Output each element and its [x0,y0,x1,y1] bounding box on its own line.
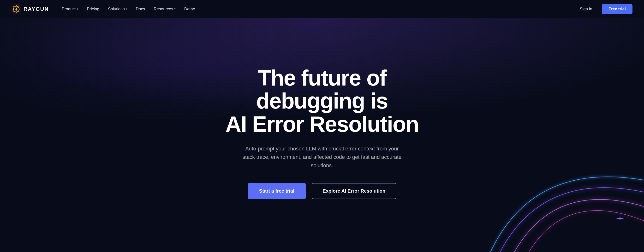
raygun-logo-icon [12,4,21,14]
resources-chevron-icon: ▾ [174,7,176,10]
nav-item-docs[interactable]: Docs [132,5,148,13]
nav-solutions-label: Solutions [108,7,125,11]
logo[interactable]: RAYGUN [12,4,49,14]
navbar: RAYGUN Product ▾ Pricing Solutions ▾ Doc… [0,0,644,18]
hero-buttons: Start a free trial Explore AI Error Reso… [248,183,396,199]
navbar-left: RAYGUN Product ▾ Pricing Solutions ▾ Doc… [12,4,198,14]
nav-item-resources[interactable]: Resources ▾ [150,5,179,13]
svg-line-7 [14,6,14,7]
explore-ai-button[interactable]: Explore AI Error Resolution [312,183,396,199]
nav-docs-label: Docs [136,7,145,11]
start-free-trial-button[interactable]: Start a free trial [248,183,306,199]
solutions-chevron-icon: ▾ [126,7,127,10]
svg-line-10 [14,11,14,12]
sign-in-button[interactable]: Sign in [576,5,596,13]
nav-demo-label: Demo [184,7,195,11]
nav-item-solutions[interactable]: Solutions ▾ [104,5,130,13]
svg-line-8 [19,11,19,12]
hero-title-line2: AI Error Resolution [225,112,418,136]
sparkle-decoration [615,214,625,223]
navbar-right: Sign in Free trial [576,4,632,14]
hero-title-line1: The future of debugging is [256,66,388,113]
nav-item-pricing[interactable]: Pricing [84,5,103,13]
nav-product-label: Product [62,7,76,11]
logo-text: RAYGUN [24,6,49,12]
hero-subtitle: Auto-prompt your chosen LLM with crucial… [240,144,404,170]
nav-item-demo[interactable]: Demo [181,5,198,13]
nav-resources-label: Resources [154,7,173,11]
nav-item-product[interactable]: Product ▾ [58,5,82,13]
nav-pricing-label: Pricing [87,7,99,11]
hero-title: The future of debugging is AI Error Reso… [202,66,442,136]
nav-links: Product ▾ Pricing Solutions ▾ Docs Resou… [58,5,198,13]
product-chevron-icon: ▾ [77,7,78,10]
free-trial-nav-button[interactable]: Free trial [602,4,632,14]
hero-arc-decoration [486,137,644,252]
hero-section: The future of debugging is AI Error Reso… [0,18,644,252]
svg-line-9 [19,6,19,7]
